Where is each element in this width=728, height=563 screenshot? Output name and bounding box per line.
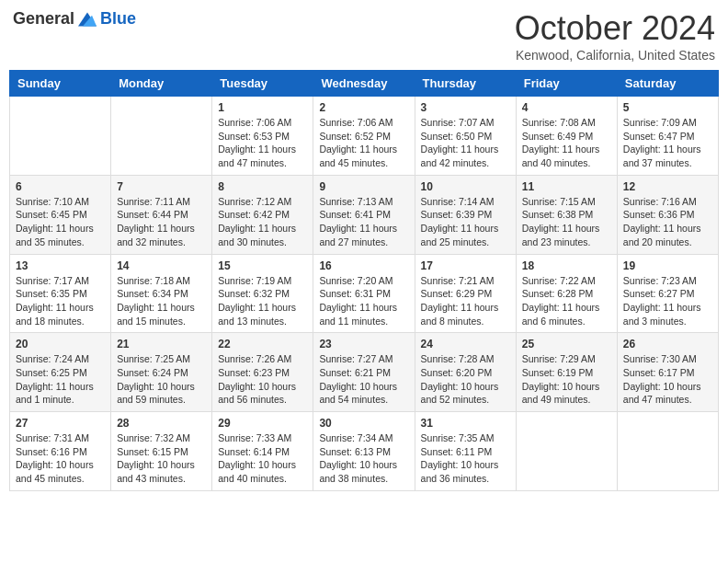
calendar-week-row: 6Sunrise: 7:10 AM Sunset: 6:45 PM Daylig…: [10, 175, 719, 254]
day-number: 7: [117, 180, 206, 193]
day-number: 10: [421, 180, 510, 193]
day-info: Sunrise: 7:21 AM Sunset: 6:29 PM Dayligh…: [421, 274, 510, 328]
calendar-week-row: 27Sunrise: 7:31 AM Sunset: 6:16 PM Dayli…: [10, 412, 719, 491]
calendar-week-row: 1Sunrise: 7:06 AM Sunset: 6:53 PM Daylig…: [10, 97, 719, 176]
day-number: 21: [117, 338, 206, 350]
calendar-cell: 20Sunrise: 7:24 AM Sunset: 6:25 PM Dayli…: [10, 333, 111, 412]
day-number: 27: [16, 417, 105, 430]
calendar-cell: 24Sunrise: 7:28 AM Sunset: 6:20 PM Dayli…: [415, 333, 516, 412]
day-info: Sunrise: 7:12 AM Sunset: 6:42 PM Dayligh…: [218, 195, 307, 249]
day-number: 23: [319, 338, 408, 350]
logo: General Blue: [13, 9, 136, 29]
calendar-cell: 7Sunrise: 7:11 AM Sunset: 6:44 PM Daylig…: [111, 175, 212, 254]
calendar-day-header: Thursday: [415, 71, 516, 97]
day-info: Sunrise: 7:19 AM Sunset: 6:32 PM Dayligh…: [218, 274, 307, 328]
day-info: Sunrise: 7:24 AM Sunset: 6:25 PM Dayligh…: [16, 352, 105, 407]
day-number: 9: [319, 180, 408, 193]
calendar-cell: 18Sunrise: 7:22 AM Sunset: 6:28 PM Dayli…: [516, 254, 617, 333]
month-title: October 2024: [515, 9, 715, 48]
calendar-day-header: Sunday: [10, 71, 111, 97]
day-number: 15: [218, 259, 307, 272]
calendar-cell: 22Sunrise: 7:26 AM Sunset: 6:23 PM Dayli…: [212, 333, 313, 412]
calendar-cell: 2Sunrise: 7:06 AM Sunset: 6:52 PM Daylig…: [313, 97, 415, 176]
day-info: Sunrise: 7:28 AM Sunset: 6:20 PM Dayligh…: [421, 352, 510, 407]
calendar-cell: 26Sunrise: 7:30 AM Sunset: 6:17 PM Dayli…: [617, 333, 718, 412]
day-info: Sunrise: 7:20 AM Sunset: 6:31 PM Dayligh…: [319, 274, 408, 328]
day-number: 8: [218, 180, 307, 193]
calendar-cell: 19Sunrise: 7:23 AM Sunset: 6:27 PM Dayli…: [617, 254, 718, 333]
day-info: Sunrise: 7:27 AM Sunset: 6:21 PM Dayligh…: [319, 352, 408, 407]
day-info: Sunrise: 7:22 AM Sunset: 6:28 PM Dayligh…: [522, 274, 611, 328]
day-number: 14: [117, 259, 206, 272]
day-info: Sunrise: 7:35 AM Sunset: 6:11 PM Dayligh…: [421, 431, 510, 486]
calendar-cell: [10, 97, 111, 176]
calendar-day-header: Tuesday: [212, 71, 313, 97]
calendar-cell: [516, 412, 617, 491]
calendar-cell: 10Sunrise: 7:14 AM Sunset: 6:39 PM Dayli…: [415, 175, 516, 254]
calendar-cell: 28Sunrise: 7:32 AM Sunset: 6:15 PM Dayli…: [111, 412, 212, 491]
calendar-cell: 16Sunrise: 7:20 AM Sunset: 6:31 PM Dayli…: [313, 254, 415, 333]
day-number: 29: [218, 417, 307, 430]
day-number: 4: [522, 101, 611, 114]
day-number: 25: [522, 338, 611, 350]
calendar-cell: 25Sunrise: 7:29 AM Sunset: 6:19 PM Dayli…: [516, 333, 617, 412]
day-info: Sunrise: 7:06 AM Sunset: 6:53 PM Dayligh…: [218, 116, 307, 170]
calendar-week-row: 13Sunrise: 7:17 AM Sunset: 6:35 PM Dayli…: [10, 254, 719, 333]
location: Kenwood, California, United States: [515, 48, 715, 63]
day-number: 5: [623, 101, 712, 114]
calendar-cell: 12Sunrise: 7:16 AM Sunset: 6:36 PM Dayli…: [617, 175, 718, 254]
day-info: Sunrise: 7:29 AM Sunset: 6:19 PM Dayligh…: [522, 352, 611, 407]
calendar-cell: 11Sunrise: 7:15 AM Sunset: 6:38 PM Dayli…: [516, 175, 617, 254]
calendar-cell: 30Sunrise: 7:34 AM Sunset: 6:13 PM Dayli…: [313, 412, 415, 491]
day-number: 1: [218, 101, 307, 114]
calendar-day-header: Wednesday: [313, 71, 415, 97]
day-info: Sunrise: 7:07 AM Sunset: 6:50 PM Dayligh…: [421, 116, 510, 170]
day-info: Sunrise: 7:09 AM Sunset: 6:47 PM Dayligh…: [623, 116, 712, 170]
calendar-cell: 4Sunrise: 7:08 AM Sunset: 6:49 PM Daylig…: [516, 97, 617, 176]
title-area: October 2024 Kenwood, California, United…: [515, 9, 715, 63]
day-info: Sunrise: 7:26 AM Sunset: 6:23 PM Dayligh…: [218, 352, 307, 407]
day-info: Sunrise: 7:30 AM Sunset: 6:17 PM Dayligh…: [623, 352, 712, 407]
calendar-cell: 14Sunrise: 7:18 AM Sunset: 6:34 PM Dayli…: [111, 254, 212, 333]
calendar-cell: 15Sunrise: 7:19 AM Sunset: 6:32 PM Dayli…: [212, 254, 313, 333]
day-info: Sunrise: 7:31 AM Sunset: 6:16 PM Dayligh…: [16, 431, 105, 486]
day-info: Sunrise: 7:10 AM Sunset: 6:45 PM Dayligh…: [16, 195, 105, 249]
logo-text-general: General: [13, 9, 74, 29]
calendar-cell: 23Sunrise: 7:27 AM Sunset: 6:21 PM Dayli…: [313, 333, 415, 412]
calendar-cell: 17Sunrise: 7:21 AM Sunset: 6:29 PM Dayli…: [415, 254, 516, 333]
day-number: 31: [421, 417, 510, 430]
logo-icon: [78, 10, 97, 29]
day-info: Sunrise: 7:25 AM Sunset: 6:24 PM Dayligh…: [117, 352, 206, 407]
day-info: Sunrise: 7:32 AM Sunset: 6:15 PM Dayligh…: [117, 431, 206, 486]
calendar-cell: 9Sunrise: 7:13 AM Sunset: 6:41 PM Daylig…: [313, 175, 415, 254]
day-number: 2: [319, 101, 408, 114]
day-info: Sunrise: 7:13 AM Sunset: 6:41 PM Dayligh…: [319, 195, 408, 249]
calendar-day-header: Friday: [516, 71, 617, 97]
calendar-cell: 3Sunrise: 7:07 AM Sunset: 6:50 PM Daylig…: [415, 97, 516, 176]
day-info: Sunrise: 7:11 AM Sunset: 6:44 PM Dayligh…: [117, 195, 206, 249]
calendar-cell: 1Sunrise: 7:06 AM Sunset: 6:53 PM Daylig…: [212, 97, 313, 176]
day-info: Sunrise: 7:06 AM Sunset: 6:52 PM Dayligh…: [319, 116, 408, 170]
day-info: Sunrise: 7:34 AM Sunset: 6:13 PM Dayligh…: [319, 431, 408, 486]
day-number: 24: [421, 338, 510, 350]
day-info: Sunrise: 7:14 AM Sunset: 6:39 PM Dayligh…: [421, 195, 510, 249]
calendar-week-row: 20Sunrise: 7:24 AM Sunset: 6:25 PM Dayli…: [10, 333, 719, 412]
calendar-cell: 6Sunrise: 7:10 AM Sunset: 6:45 PM Daylig…: [10, 175, 111, 254]
calendar-cell: 31Sunrise: 7:35 AM Sunset: 6:11 PM Dayli…: [415, 412, 516, 491]
day-number: 11: [522, 180, 611, 193]
calendar-cell: 13Sunrise: 7:17 AM Sunset: 6:35 PM Dayli…: [10, 254, 111, 333]
day-number: 18: [522, 259, 611, 272]
calendar-cell: 27Sunrise: 7:31 AM Sunset: 6:16 PM Dayli…: [10, 412, 111, 491]
calendar-cell: [617, 412, 718, 491]
day-info: Sunrise: 7:16 AM Sunset: 6:36 PM Dayligh…: [623, 195, 712, 249]
calendar-day-header: Monday: [111, 71, 212, 97]
calendar-day-header: Saturday: [617, 71, 718, 97]
day-number: 12: [623, 180, 712, 193]
page-header: General Blue October 2024 Kenwood, Calif…: [9, 9, 719, 63]
day-number: 22: [218, 338, 307, 350]
day-info: Sunrise: 7:23 AM Sunset: 6:27 PM Dayligh…: [623, 274, 712, 328]
day-number: 16: [319, 259, 408, 272]
calendar-cell: 8Sunrise: 7:12 AM Sunset: 6:42 PM Daylig…: [212, 175, 313, 254]
day-info: Sunrise: 7:17 AM Sunset: 6:35 PM Dayligh…: [16, 274, 105, 328]
day-number: 30: [319, 417, 408, 430]
